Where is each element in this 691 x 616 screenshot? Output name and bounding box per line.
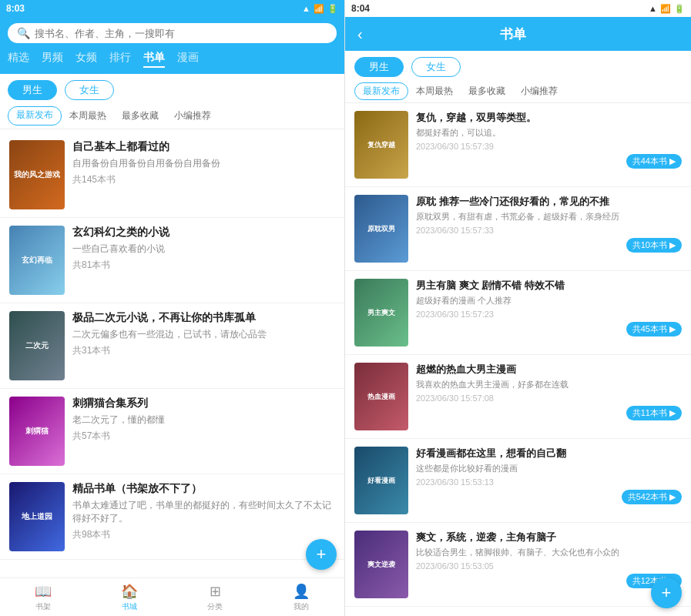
book-title-0: 自己基本上都看过的 bbox=[72, 140, 335, 154]
count-badge-1[interactable]: 共10本书 ▶ bbox=[626, 238, 682, 253]
count-badge-2[interactable]: 共45本书 ▶ bbox=[626, 322, 682, 336]
list-item[interactable]: 热血漫画 超燃的热血大男主漫画 我喜欢的热血大男主漫画，好多都在连载 2023/… bbox=[345, 355, 691, 439]
book-desc-4: 书单太难通过了吧，书单里的都挺好的，有些时间太久了不太记得好不好了。 bbox=[72, 499, 335, 525]
right-gender-tabs: 男生 女生 bbox=[345, 51, 691, 80]
right-book-footer-4: 共542本书 ▶ bbox=[416, 490, 682, 504]
back-button[interactable]: ‹ bbox=[357, 25, 363, 43]
book-cover-4: 地上道园 bbox=[9, 482, 65, 551]
right-subtab-hot[interactable]: 本周最热 bbox=[408, 82, 461, 101]
nav-tab-paihang[interactable]: 排行 bbox=[109, 51, 131, 68]
right-book-tags-3: 我喜欢的热血大男主漫画，好多都在连载 bbox=[416, 379, 682, 390]
count-badge-4[interactable]: 共542本书 ▶ bbox=[622, 490, 682, 504]
count-label-2: 共45本书 bbox=[632, 323, 667, 335]
nav-tab-manhua[interactable]: 漫画 bbox=[177, 51, 199, 68]
bottom-nav-bookstore[interactable]: 🏠 书城 bbox=[86, 583, 173, 612]
right-subtab-collect[interactable]: 最多收藏 bbox=[461, 82, 513, 101]
count-badge-3[interactable]: 共11本书 ▶ bbox=[626, 406, 682, 420]
right-page-title: 书单 bbox=[371, 25, 656, 43]
bottom-nav-mine-label: 我的 bbox=[294, 601, 309, 612]
left-bottom-nav: 📖 书架 🏠 书城 ⊞ 分类 👤 我的 bbox=[0, 578, 344, 616]
right-book-title-4: 好看漫画都在这里，想看的自己翻 bbox=[416, 447, 682, 460]
list-item[interactable]: 爽文逆袭 爽文，系统，逆袭，主角有脑子 比较适合男生，猪脚很帅、有脑子、大众化也… bbox=[345, 523, 691, 607]
search-input[interactable] bbox=[35, 28, 327, 39]
list-item[interactable]: 玄幻再临 玄幻科幻之类的小说 一些自己喜欢看的小说 共81本书 bbox=[0, 218, 344, 303]
nav-tab-nanpin[interactable]: 男频 bbox=[42, 51, 63, 68]
bottom-nav-mine[interactable]: 👤 我的 bbox=[258, 583, 344, 612]
right-book-time-4: 2023/06/30 15:53:13 bbox=[416, 477, 682, 487]
count-badge-0[interactable]: 共44本书 ▶ bbox=[626, 154, 682, 169]
book-desc-2: 二次元偏多也有一些混边，已试书，请放心品尝 bbox=[72, 328, 335, 341]
right-book-tags-0: 都挺好看的，可以追。 bbox=[416, 127, 682, 139]
nav-tab-nvpin[interactable]: 女频 bbox=[75, 51, 97, 68]
left-subtab-hot[interactable]: 本周最热 bbox=[62, 106, 114, 126]
book-info-0: 自己基本上都看过的 自用备份自用备份自用备份自用备份 共145本书 bbox=[72, 140, 335, 186]
arrow-icon-0: ▶ bbox=[669, 156, 676, 166]
right-book-time-3: 2023/06/30 15:57:08 bbox=[416, 393, 682, 403]
right-subtab-latest[interactable]: 最新发布 bbox=[354, 82, 408, 100]
right-book-footer-1: 共10本书 ▶ bbox=[416, 238, 682, 253]
right-book-footer-0: 共44本书 ▶ bbox=[416, 154, 682, 169]
right-book-info-3: 超燃的热血大男主漫画 我喜欢的热血大男主漫画，好多都在连载 2023/06/30… bbox=[416, 363, 682, 420]
right-book-tags-5: 比较适合男生，猪脚很帅、有脑子、大众化也有小众的 bbox=[416, 547, 682, 558]
right-book-cover-4: 好看漫画 bbox=[354, 447, 408, 514]
book-cover-inner: 玄幻再临 bbox=[9, 226, 65, 295]
right-book-tags-4: 这些都是你比较好看的漫画 bbox=[416, 463, 682, 474]
right-book-time-1: 2023/06/30 15:57:33 bbox=[416, 226, 682, 235]
book-cover-2: 二次元 bbox=[9, 311, 65, 380]
left-fab-button[interactable]: + bbox=[306, 539, 337, 570]
book-title-4: 精品书单（书架放不下了） bbox=[72, 482, 335, 496]
book-desc-3: 老二次元了，懂的都懂 bbox=[72, 413, 335, 427]
arrow-icon-4: ▶ bbox=[669, 492, 676, 502]
list-item[interactable]: 原耽双男 原耽 推荐一些冷门还很好看的，常见的不推 原耽双男，有甜有虐，书荒必备… bbox=[345, 187, 691, 271]
list-item[interactable]: 刺猬猫 刺猬猫合集系列 老二次元了，懂的都懂 共57本书 bbox=[0, 389, 344, 474]
count-label-4: 共542本书 bbox=[628, 491, 667, 503]
right-list-wrapper: 复仇穿越 复仇，穿越，双男等类型。 都挺好看的，可以追。 2023/06/30 … bbox=[345, 103, 691, 616]
book-count-3: 共57本书 bbox=[72, 430, 335, 443]
left-subtab-editor[interactable]: 小编推荐 bbox=[166, 106, 219, 126]
bottom-nav-category-label: 分类 bbox=[207, 601, 223, 612]
left-status-bar: 8:03 ▲ 📶 🔋 bbox=[0, 0, 344, 17]
right-status-icons: ▲ 📶 🔋 bbox=[649, 4, 685, 14]
book-info-4: 精品书单（书架放不下了） 书单太难通过了吧，书单里的都挺好的，有些时间太久了不太… bbox=[72, 482, 335, 541]
mine-icon: 👤 bbox=[293, 583, 310, 600]
book-desc-0: 自用备份自用备份自用备份自用备份 bbox=[72, 157, 335, 170]
list-item[interactable]: 好看漫画 好看漫画都在这里，想看的自己翻 这些都是你比较好看的漫画 2023/0… bbox=[345, 439, 691, 523]
book-count-4: 共98本书 bbox=[72, 528, 335, 541]
left-status-icons: ▲ 📶 🔋 bbox=[302, 4, 338, 14]
right-book-title-5: 爽文，系统，逆袭，主角有脑子 bbox=[416, 531, 682, 544]
book-desc-1: 一些自己喜欢看的小说 bbox=[72, 243, 335, 256]
search-input-wrap[interactable]: 🔍 bbox=[8, 23, 337, 43]
book-cover-inner: 二次元 bbox=[9, 311, 65, 380]
book-count-1: 共81本书 bbox=[72, 259, 335, 272]
bottom-nav-category[interactable]: ⊞ 分类 bbox=[173, 583, 259, 612]
list-item[interactable]: 男主爽文 男主有脑 爽文 剧情不错 特效不错 超级好看的漫画 个人推荐 2023… bbox=[345, 271, 691, 355]
list-item[interactable]: 复仇穿越 复仇，穿越，双男等类型。 都挺好看的，可以追。 2023/06/30 … bbox=[345, 103, 691, 187]
right-gender-female[interactable]: 女生 bbox=[411, 57, 461, 77]
right-book-info-4: 好看漫画都在这里，想看的自己翻 这些都是你比较好看的漫画 2023/06/30 … bbox=[416, 447, 682, 504]
right-subtab-editor[interactable]: 小编推荐 bbox=[513, 82, 565, 101]
book-cover-1: 玄幻再临 bbox=[9, 226, 65, 295]
book-count-0: 共145本书 bbox=[72, 173, 335, 186]
right-book-tags-1: 原耽双男，有甜有虐，书荒必备，超级好看，亲身经历 bbox=[416, 211, 682, 223]
right-gender-male[interactable]: 男生 bbox=[354, 57, 404, 77]
count-label-0: 共44本书 bbox=[632, 156, 667, 167]
category-icon: ⊞ bbox=[210, 583, 221, 600]
left-subtab-latest[interactable]: 最新发布 bbox=[8, 106, 62, 126]
right-book-time-5: 2023/06/30 15:53:05 bbox=[416, 561, 682, 571]
nav-tab-jingxuan[interactable]: 精选 bbox=[8, 51, 29, 68]
bottom-nav-bookshelf[interactable]: 📖 书架 bbox=[0, 583, 86, 612]
book-title-2: 极品二次元小说，不再让你的书库孤单 bbox=[72, 311, 335, 325]
left-gender-female[interactable]: 女生 bbox=[65, 80, 114, 100]
list-item[interactable]: 地上道园 精品书单（书架放不下了） 书单太难通过了吧，书单里的都挺好的，有些时间… bbox=[0, 474, 344, 560]
right-book-info-1: 原耽 推荐一些冷门还很好看的，常见的不推 原耽双男，有甜有虐，书荒必备，超级好看… bbox=[416, 195, 682, 253]
right-fab-button[interactable]: + bbox=[651, 578, 682, 608]
search-icon: 🔍 bbox=[17, 27, 30, 39]
right-signal-icon: 📶 bbox=[660, 4, 671, 14]
right-battery-icon: 🔋 bbox=[674, 4, 685, 14]
left-gender-male[interactable]: 男生 bbox=[8, 80, 57, 100]
left-subtab-collect[interactable]: 最多收藏 bbox=[114, 106, 166, 126]
nav-tab-shudan[interactable]: 书单 bbox=[143, 51, 165, 68]
book-cover-inner: 我的风之游戏 bbox=[9, 140, 65, 209]
list-item[interactable]: 我的风之游戏 自己基本上都看过的 自用备份自用备份自用备份自用备份 共145本书 bbox=[0, 132, 344, 218]
list-item[interactable]: 二次元 极品二次元小说，不再让你的书库孤单 二次元偏多也有一些混边，已试书，请放… bbox=[0, 303, 344, 389]
